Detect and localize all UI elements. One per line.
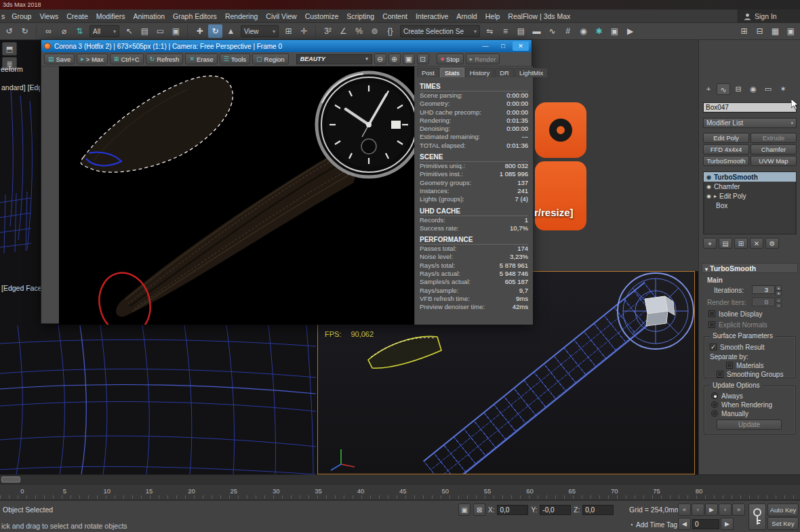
selection-filter-dropdown[interactable]: All▾ xyxy=(89,25,119,37)
minimize-icon[interactable]: — xyxy=(477,41,494,51)
manually-radio[interactable] xyxy=(711,410,718,417)
redo-icon[interactable]: ↻ xyxy=(18,24,32,38)
go-to-end-icon[interactable]: » xyxy=(732,504,745,516)
explicit-normals-checkbox[interactable] xyxy=(708,321,715,328)
visibility-eye-icon[interactable]: ◉ xyxy=(706,174,711,180)
key-forward-icon[interactable]: ▶ xyxy=(721,518,734,530)
turbosmooth-rollout-header[interactable]: ▾TurboSmooth xyxy=(702,263,798,273)
align-icon[interactable]: ≡ xyxy=(498,24,513,38)
stack-item-turbosmooth[interactable]: ◉TurboSmooth xyxy=(704,172,796,182)
undo-icon[interactable]: ↺ xyxy=(2,24,16,38)
zoom-fit-icon[interactable]: ⊡ xyxy=(417,54,429,64)
render-setup-icon[interactable]: ✱ xyxy=(592,24,606,38)
menu-item[interactable]: Animation xyxy=(129,9,169,23)
render-canvas[interactable] xyxy=(59,66,414,325)
zoom-out-icon[interactable]: ⊖ xyxy=(374,54,386,64)
menu-item[interactable]: Content xyxy=(378,9,412,23)
render-production-icon[interactable]: ▶ xyxy=(623,24,637,38)
vfb-render-button[interactable]: ▸Render xyxy=(466,54,500,64)
vfb-tools-button[interactable]: ☰Tools xyxy=(220,54,250,64)
menu-item[interactable]: Arnold xyxy=(452,9,481,23)
menu-item[interactable]: Group xyxy=(7,9,35,23)
tab-post[interactable]: Post xyxy=(417,68,439,77)
make-unique-icon[interactable]: ⊞ xyxy=(734,238,748,249)
motion-tab-icon[interactable]: ◉ xyxy=(746,83,760,95)
isoline-display-checkbox[interactable] xyxy=(708,310,715,317)
iterations-spinner[interactable]: ▲▼ xyxy=(776,285,782,294)
maximize-icon[interactable]: □ xyxy=(495,41,511,51)
auto-key-button[interactable]: Auto Key xyxy=(767,504,799,516)
zoom-1to1-icon[interactable]: ▣ xyxy=(403,54,415,64)
menu-item[interactable]: Customize xyxy=(301,9,343,23)
expand-arrow-icon[interactable]: ▸ xyxy=(714,193,717,199)
set-key-button[interactable]: Set Key xyxy=(767,517,799,530)
stack-item-chamfer[interactable]: ◉Chamfer xyxy=(704,182,796,191)
configure-modifier-sets-icon[interactable]: ⚙ xyxy=(765,238,779,249)
edit-named-selection-sets-icon[interactable]: {} xyxy=(383,24,397,38)
go-to-start-icon[interactable]: « xyxy=(678,504,691,516)
vfb-erase-button[interactable]: ✕Erase xyxy=(185,54,217,64)
menu-item[interactable]: Rendering xyxy=(221,9,262,23)
material-editor-icon[interactable]: ◉ xyxy=(576,24,591,38)
menu-item[interactable]: Interactive xyxy=(412,9,452,23)
named-selection-sets-dropdown[interactable]: Create Selection Se▾ xyxy=(400,25,480,37)
menu-item[interactable]: Scripting xyxy=(342,9,378,23)
vfb-save-button[interactable]: ▤Save xyxy=(44,54,75,64)
select-object-icon[interactable]: ↖ xyxy=(122,24,136,38)
set-keys-button[interactable] xyxy=(748,504,766,530)
zoom-in-icon[interactable]: ⊕ xyxy=(388,54,401,64)
unlink-selection-icon[interactable]: ⌀ xyxy=(57,24,71,38)
timeline-ruler[interactable]: 05101520253035404550556065707580 xyxy=(0,484,800,500)
iterations-field[interactable]: 3 xyxy=(752,285,775,294)
menu-item[interactable]: Civil View xyxy=(262,9,300,23)
viewport-label-top[interactable]: andard] [Edged xyxy=(1,83,40,91)
vfb-region-button[interactable]: ▢Region xyxy=(252,54,289,64)
tab-history[interactable]: History xyxy=(465,68,495,77)
viewport-layout-icon[interactable]: ▣ xyxy=(784,24,798,38)
window-crossing-icon[interactable]: ▣ xyxy=(169,24,183,38)
curve-editor-icon[interactable]: ∿ xyxy=(545,24,559,38)
ribbon-tab-cropped[interactable]: eeform xyxy=(1,65,23,73)
menu-item-cropped[interactable]: s xyxy=(0,12,7,20)
always-radio[interactable] xyxy=(711,392,718,399)
render-channel-dropdown[interactable]: BEAUTY▾ xyxy=(296,54,372,64)
viewport-layout-tab-icon[interactable]: ⬒ xyxy=(2,42,17,56)
key-back-icon[interactable]: ◀ xyxy=(678,518,691,530)
rectangular-selection-region-icon[interactable]: ▭ xyxy=(153,24,167,38)
layer-explorer-icon[interactable]: ⊟ xyxy=(753,24,767,38)
stack-item-edit-poly[interactable]: ◉▸Edit Poly xyxy=(704,191,796,201)
smoothing-groups-checkbox[interactable] xyxy=(717,371,723,377)
menu-item[interactable]: Create xyxy=(62,9,92,23)
utilities-tab-icon[interactable]: ✶ xyxy=(776,83,790,95)
tab-dr[interactable]: DR xyxy=(495,68,514,77)
select-and-rotate-icon[interactable]: ↻ xyxy=(208,24,222,38)
snap-toggle-icon[interactable]: 3² xyxy=(321,24,335,38)
hierarchy-tab-icon[interactable]: ⊟ xyxy=(732,83,745,95)
close-icon[interactable]: ✕ xyxy=(513,41,529,51)
time-slider-handle[interactable] xyxy=(1,476,20,483)
modifier-button-chamfer[interactable]: Chamfer xyxy=(751,144,797,155)
vfb-to-max-button[interactable]: ▸> Max xyxy=(77,54,108,64)
stack-item-box[interactable]: Box xyxy=(704,201,796,210)
smooth-result-checkbox[interactable]: ✓ xyxy=(710,344,717,350)
z-coordinate-input[interactable] xyxy=(582,505,614,515)
bind-to-space-warp-icon[interactable]: ⇅ xyxy=(73,24,87,38)
select-and-manipulate-icon[interactable]: ✛ xyxy=(297,24,311,38)
vfb-title-bar[interactable]: Corona 3 (Hotfix 2) | 673×505px (1:1) | … xyxy=(41,40,532,52)
object-name-input[interactable] xyxy=(703,102,797,112)
add-time-tag[interactable]: ◔Add Time Tag xyxy=(629,521,677,529)
ribbon-toggle-icon[interactable]: ▬ xyxy=(529,24,544,38)
update-button[interactable]: Update xyxy=(717,420,782,430)
modifier-list-dropdown[interactable]: Modifier List ▾ xyxy=(703,118,797,128)
next-frame-icon[interactable]: › xyxy=(719,504,732,516)
menu-item[interactable]: Modifiers xyxy=(92,9,129,23)
tab-stats[interactable]: Stats xyxy=(440,68,464,77)
modifier-button-edit-poly[interactable]: Edit Poly xyxy=(703,133,749,143)
play-icon[interactable]: ▶ xyxy=(705,504,718,516)
percent-snap-icon[interactable]: % xyxy=(352,24,366,38)
vfb-stop-button[interactable]: ■Stop xyxy=(437,54,464,64)
show-end-result-icon[interactable]: ▤ xyxy=(719,238,732,249)
scene-explorer-icon[interactable]: ▦ xyxy=(768,24,782,38)
vfb-refresh-button[interactable]: ↻Refresh xyxy=(146,54,184,64)
sign-in-button[interactable]: Sign In xyxy=(738,9,800,23)
